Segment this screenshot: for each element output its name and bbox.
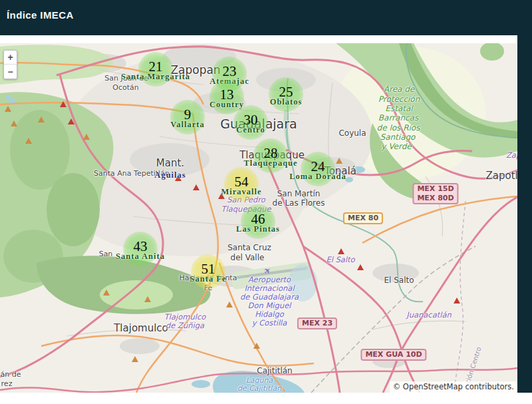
route-shield: MEX 23 [297, 317, 337, 329]
station-name: Las Pintas [236, 224, 280, 234]
map-zoom-control: + − [3, 50, 17, 79]
map-label: Tlajomulco [164, 313, 206, 321]
map-label: rez [1, 380, 13, 387]
map-label: án de [1, 371, 21, 378]
map-label: Aeropuerto [248, 276, 291, 284]
map-label: El Salto [384, 276, 414, 284]
station-name: Country [209, 100, 244, 110]
map-label: Estatal [385, 104, 412, 112]
map-label: El Salto [326, 256, 354, 264]
map-label: San [99, 250, 113, 258]
map-label: Tlajomulco [114, 323, 168, 333]
station-name: Miravalle [221, 187, 261, 197]
map-label: Ocotán [112, 84, 138, 91]
map-label: de Zúñiga [166, 322, 204, 330]
map-label: Coyula [338, 129, 366, 137]
map-label: Hidalgo [255, 311, 284, 319]
map-label: Cajititlán [257, 367, 292, 375]
map-label: Zap [506, 152, 517, 160]
map-label: y Costilla [252, 319, 287, 327]
zoom-out-button[interactable]: − [4, 65, 17, 79]
map-label: Protección [378, 95, 420, 103]
page-title: Índice IMECA [0, 0, 532, 21]
map-label: Santiago [380, 133, 416, 141]
map-label: de los Ríos [377, 124, 420, 132]
right-side-panel [517, 35, 532, 393]
map-label: Laguna [246, 377, 273, 384]
map-label: y Verde [381, 142, 411, 150]
app-header: Índice IMECA [0, 0, 532, 35]
map-label: Zapotlan [486, 171, 517, 181]
route-shield: MEX GUA 10D [360, 349, 426, 361]
station-name: Santa Anita [116, 252, 165, 262]
station-name: Vallarta [170, 120, 204, 130]
map-label: San Martín [277, 190, 321, 198]
osm-attribution[interactable]: © OpenStreetMap contributors. [390, 381, 517, 393]
station-name: Aguilas [154, 170, 186, 180]
map-label: del Valle [231, 254, 265, 262]
map-label: de Guadalajara [240, 294, 299, 302]
station-name: Oblatos [270, 97, 303, 107]
zoom-in-button[interactable]: + [4, 51, 17, 65]
station-name: Loma Dorada [289, 172, 346, 182]
map-label: Juanacatlán [406, 311, 451, 319]
map-label: Don Miguel [248, 302, 291, 310]
map-label: Área de [384, 85, 414, 93]
imeca-map[interactable]: ZapopanGuadalajaraTlaquepaqueTonaláMant.… [0, 43, 517, 393]
map-label: de Las Flores [273, 199, 325, 207]
station-name: Santa Margarita [121, 72, 190, 82]
map-label: Internacional [244, 285, 294, 293]
imeca-page: Índice IMECA [0, 0, 532, 404]
station-name: Tlaquepaque [243, 158, 297, 168]
map-label: Mant. [156, 158, 184, 168]
map-label: de Cajititlán [237, 385, 281, 392]
station-name: Santa Fe [190, 274, 227, 284]
station-name: Centro [236, 125, 265, 135]
route-shield: MEX 15DMEX 80D [412, 183, 458, 204]
map-label: Santa Cruz [227, 244, 271, 252]
route-shield: MEX 80 [343, 212, 383, 224]
map-label: Barrancas [378, 114, 418, 122]
